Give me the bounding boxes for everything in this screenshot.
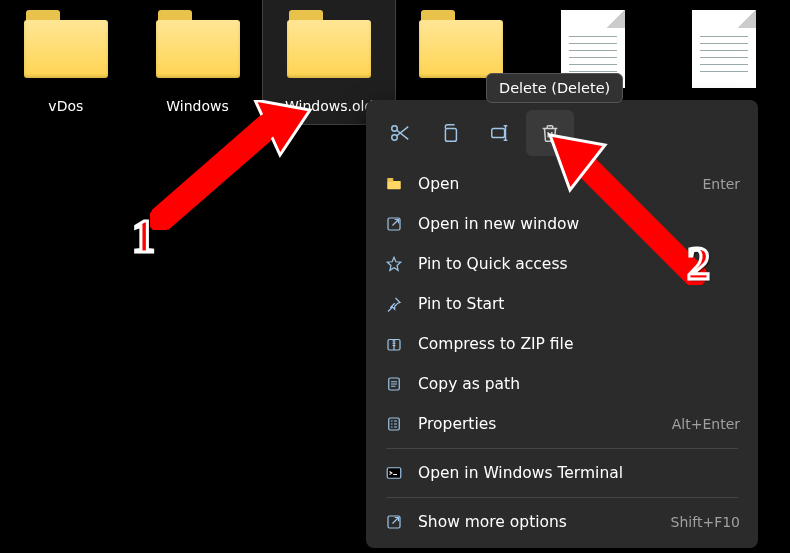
file-icon bbox=[692, 10, 756, 88]
item-label: vDos bbox=[48, 98, 83, 114]
more-icon bbox=[384, 512, 404, 532]
annotation-number-1: 1 bbox=[132, 210, 155, 263]
terminal-icon bbox=[384, 463, 404, 483]
menu-open[interactable]: Open Enter bbox=[372, 164, 752, 204]
svg-rect-3 bbox=[492, 128, 505, 137]
menu-compress-zip[interactable]: Compress to ZIP file bbox=[372, 324, 752, 364]
folder-icon bbox=[287, 10, 371, 80]
svg-rect-5 bbox=[387, 178, 393, 182]
menu-label: Show more options bbox=[418, 513, 657, 531]
context-menu: Open Enter Open in new window Pin to Qui… bbox=[366, 100, 758, 548]
menu-label: Open bbox=[418, 175, 688, 193]
item-label: Windows bbox=[166, 98, 229, 114]
menu-label: Open in Windows Terminal bbox=[418, 464, 740, 482]
zip-icon bbox=[384, 334, 404, 354]
folder-icon bbox=[156, 10, 240, 80]
menu-label: Pin to Quick access bbox=[418, 255, 740, 273]
copy-icon bbox=[439, 122, 461, 144]
folder-item[interactable]: vDos bbox=[0, 0, 132, 124]
menu-label: Pin to Start bbox=[418, 295, 740, 313]
menu-label: Compress to ZIP file bbox=[418, 335, 740, 353]
menu-label: Properties bbox=[418, 415, 658, 433]
item-label: Windows.old bbox=[285, 98, 373, 114]
svg-point-1 bbox=[392, 135, 398, 141]
open-folder-icon bbox=[384, 174, 404, 194]
star-icon bbox=[384, 254, 404, 274]
folder-icon bbox=[419, 10, 503, 80]
scissors-icon bbox=[389, 122, 411, 144]
new-window-icon bbox=[384, 214, 404, 234]
cut-button[interactable] bbox=[376, 110, 424, 156]
menu-label: Copy as path bbox=[418, 375, 740, 393]
svg-rect-4 bbox=[387, 181, 401, 189]
svg-rect-2 bbox=[445, 128, 456, 141]
folder-item[interactable]: Windows bbox=[132, 0, 264, 124]
context-menu-list: Open Enter Open in new window Pin to Qui… bbox=[366, 164, 758, 542]
properties-icon bbox=[384, 414, 404, 434]
menu-windows-terminal[interactable]: Open in Windows Terminal bbox=[372, 453, 752, 493]
svg-point-0 bbox=[392, 126, 398, 132]
context-icon-row bbox=[366, 106, 758, 164]
copy-button[interactable] bbox=[426, 110, 474, 156]
menu-copy-path[interactable]: Copy as path bbox=[372, 364, 752, 404]
folder-icon bbox=[24, 10, 108, 80]
doc-icon bbox=[384, 374, 404, 394]
menu-pin-start[interactable]: Pin to Start bbox=[372, 284, 752, 324]
tooltip-delete: Delete (Delete) bbox=[486, 73, 623, 103]
menu-label: Open in new window bbox=[418, 215, 740, 233]
menu-separator bbox=[386, 497, 738, 498]
menu-separator bbox=[386, 448, 738, 449]
menu-accel: Alt+Enter bbox=[672, 416, 740, 432]
rename-button[interactable] bbox=[476, 110, 524, 156]
menu-accel: Enter bbox=[702, 176, 740, 192]
menu-accel: Shift+F10 bbox=[671, 514, 740, 530]
delete-button[interactable] bbox=[526, 110, 574, 156]
trash-icon bbox=[539, 122, 561, 144]
svg-rect-10 bbox=[387, 468, 401, 479]
rename-icon bbox=[489, 122, 511, 144]
menu-properties[interactable]: Properties Alt+Enter bbox=[372, 404, 752, 444]
pin-icon bbox=[384, 294, 404, 314]
menu-show-more[interactable]: Show more options Shift+F10 bbox=[372, 502, 752, 542]
menu-pin-quick-access[interactable]: Pin to Quick access bbox=[372, 244, 752, 284]
menu-open-new-window[interactable]: Open in new window bbox=[372, 204, 752, 244]
